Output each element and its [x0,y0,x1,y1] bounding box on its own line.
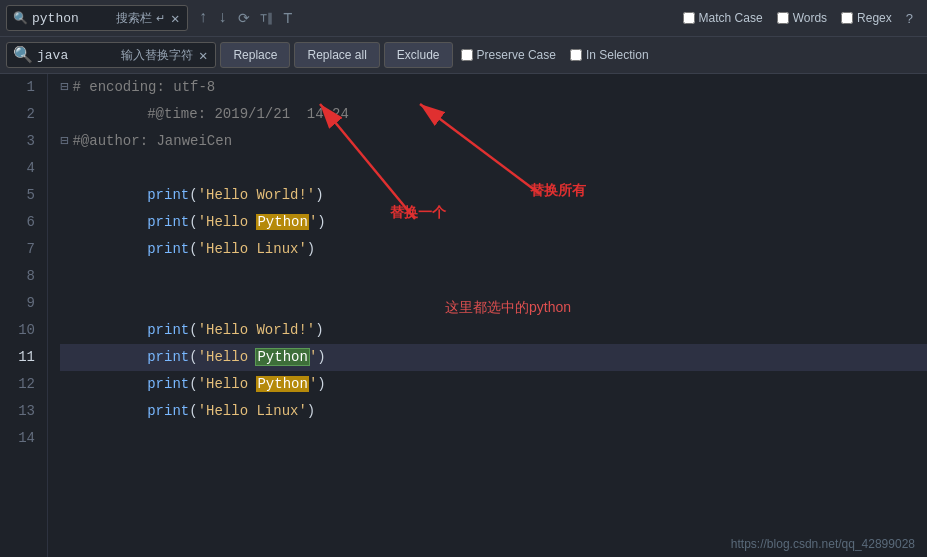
fold-icon-3: ⊟ [60,128,68,155]
in-selection-checkbox[interactable] [570,49,582,61]
search-icon: 🔍 [13,11,28,26]
search-label: 搜索栏 [116,10,152,27]
regex-option[interactable]: Regex [841,11,892,25]
line-num-4: 4 [8,155,35,182]
replace-placeholder: 输入替换字符 [121,47,193,64]
search-close-button[interactable]: ✕ [169,10,181,27]
replace-search-icon: 🔍 [13,45,33,65]
code-line-3: ⊟ #@author: JanweiCen [60,128,927,155]
nav-down-icon[interactable]: ↓ [216,7,230,29]
replace-toolbar: 🔍 输入替换字符 ✕ Replace Replace all Exclude P… [0,37,927,74]
search-input[interactable] [32,11,112,26]
toolbar-nav-icons: ↑ ↓ ⟳ ⊤∥ ⊤ [196,6,294,30]
code-area: 1 2 3 4 5 6 7 8 9 10 11 12 13 14 ⊟ # enc… [0,74,927,557]
help-icon[interactable]: ? [906,11,913,26]
line-numbers: 1 2 3 4 5 6 7 8 9 10 11 12 13 14 [0,74,48,557]
in-selection-label: In Selection [586,48,649,62]
words-label: Words [793,11,827,25]
line-num-12: 12 [8,371,35,398]
refresh-icon[interactable]: ⟳ [236,8,252,29]
watermark: https://blog.csdn.net/qq_42899028 [731,537,915,551]
line-num-3: 3 [8,128,35,155]
in-selection-option[interactable]: In Selection [570,48,649,62]
replace-input[interactable] [37,48,117,63]
replace-options: Preserve Case In Selection [461,48,649,62]
line-num-2: 2 [8,101,35,128]
line-num-6: 6 [8,209,35,236]
match-case-option[interactable]: Match Case [683,11,763,25]
code-line-2: #@time: 2019/1/21 14:24 [60,101,927,128]
replace-box[interactable]: 🔍 输入替换字符 ✕ [6,42,216,68]
replace-button[interactable]: Replace [220,42,290,68]
match-case-checkbox[interactable] [683,12,695,24]
line3-comment: #@author: JanweiCen [72,128,232,155]
search-toolbar: 🔍 搜索栏 ↵ ✕ ↑ ↓ ⟳ ⊤∥ ⊤ Match Case Words Re… [0,0,927,37]
line-num-7: 7 [8,236,35,263]
fold-icon-1: ⊟ [60,74,68,101]
regex-label: Regex [857,11,892,25]
line13-string: 'Hello Linux' [198,403,307,419]
line-num-9: 9 [8,290,35,317]
preserve-case-checkbox[interactable] [461,49,473,61]
line-num-10: 10 [8,317,35,344]
regex-checkbox[interactable] [841,12,853,24]
preserve-case-label: Preserve Case [477,48,556,62]
code-line-7: print('Hello Linux') [60,236,927,263]
line-num-11: 11 [8,344,35,371]
words-checkbox[interactable] [777,12,789,24]
line-num-13: 13 [8,398,35,425]
search-box[interactable]: 🔍 搜索栏 ↵ ✕ [6,5,188,31]
match-case-label: Match Case [699,11,763,25]
line7-func: print [147,241,189,257]
search-options: Match Case Words Regex ? [683,11,913,26]
replace-close-button[interactable]: ✕ [197,47,209,64]
line13-func: print [147,403,189,419]
shortcut-label: ↵ [156,12,165,25]
line-num-5: 5 [8,182,35,209]
line-num-1: 1 [8,74,35,101]
nav-up-icon[interactable]: ↑ [196,7,210,29]
line-num-8: 8 [8,263,35,290]
filter-icon[interactable]: ⊤ [281,6,295,30]
exclude-button[interactable]: Exclude [384,42,453,68]
line-num-14: 14 [8,425,35,452]
preserve-case-option[interactable]: Preserve Case [461,48,556,62]
code-content[interactable]: ⊟ # encoding: utf-8 #@time: 2019/1/21 14… [48,74,927,557]
regex-icon[interactable]: ⊤∥ [258,9,275,28]
words-option[interactable]: Words [777,11,827,25]
line7-string: 'Hello Linux' [198,241,307,257]
code-line-13: print('Hello Linux') [60,398,927,425]
replace-all-button[interactable]: Replace all [294,42,379,68]
